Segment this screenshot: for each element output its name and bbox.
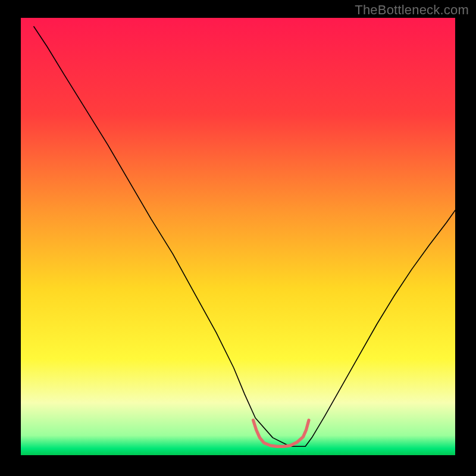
gradient-background	[21, 18, 455, 455]
chart-frame: TheBottleneck.com	[0, 0, 476, 476]
bottleneck-plot	[21, 18, 455, 455]
plot-area	[21, 18, 455, 455]
watermark-text: TheBottleneck.com	[355, 2, 469, 18]
